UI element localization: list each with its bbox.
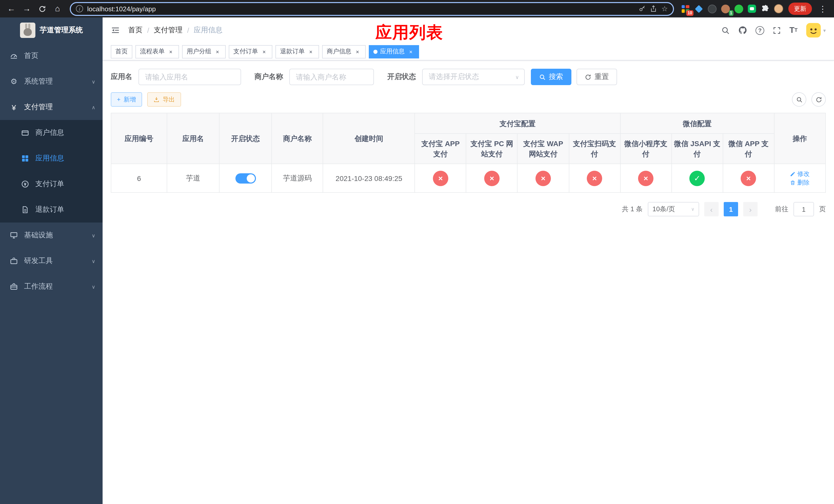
close-icon[interactable]: ×: [307, 48, 314, 55]
font-size-icon[interactable]: TT: [789, 26, 797, 35]
goto-page-input[interactable]: [793, 202, 814, 216]
status-toggle[interactable]: [235, 173, 256, 183]
password-key-icon[interactable]: [639, 5, 646, 12]
sidebar: 芋道管理系统 首页 ⚙ 系统管理 ∨ ¥ 支付管理 ∧: [0, 18, 103, 504]
col-header-alipay-qr: 支付宝扫码支付: [569, 134, 620, 164]
user-menu[interactable]: ▾: [806, 23, 826, 38]
extension-grid-icon[interactable]: 10: [679, 3, 692, 15]
tab-pay-orders[interactable]: 支付订单×: [229, 45, 272, 58]
export-button[interactable]: 导出: [147, 92, 181, 107]
tab-user-group[interactable]: 用户分组×: [182, 45, 226, 58]
breadcrumb-home[interactable]: 首页: [128, 26, 142, 35]
show-search-icon-button[interactable]: [792, 92, 806, 107]
forward-icon[interactable]: →: [20, 2, 34, 16]
browser-avatar-icon[interactable]: [772, 3, 785, 15]
col-group-wechat: 微信配置: [620, 113, 774, 134]
share-icon[interactable]: [650, 5, 657, 12]
browser-update-button[interactable]: 更新: [788, 3, 812, 15]
close-icon[interactable]: ×: [407, 48, 414, 55]
sidebar-item-pay-orders[interactable]: 支付订单: [0, 171, 103, 197]
page-number-1[interactable]: 1: [724, 202, 738, 216]
app-shell: 芋道管理系统 首页 ⚙ 系统管理 ∨ ¥ 支付管理 ∧: [0, 18, 834, 504]
extension-wechat-icon[interactable]: [732, 3, 745, 15]
sidebar-item-label: 商户信息: [36, 128, 64, 137]
prev-page-button[interactable]: ‹: [704, 202, 719, 216]
sidebar-item-system[interactable]: ⚙ 系统管理 ∨: [0, 69, 103, 94]
extension-diamond-icon[interactable]: [693, 3, 705, 15]
col-header-wx-app: 微信 APP 支付: [723, 134, 774, 164]
app-title: 芋道管理系统: [40, 26, 83, 35]
home-icon[interactable]: ⌂: [50, 2, 65, 16]
col-header-wx-jsapi: 微信 JSAPI 支付: [672, 134, 723, 164]
app-name-input[interactable]: [138, 69, 241, 85]
close-icon[interactable]: ×: [354, 48, 361, 55]
extensions-puzzle-icon[interactable]: [759, 3, 771, 15]
url-text[interactable]: localhost:1024/pay/app: [87, 5, 635, 13]
tab-merchant-info[interactable]: 商户信息×: [322, 45, 366, 58]
user-avatar: [806, 23, 821, 38]
close-icon[interactable]: ×: [167, 48, 174, 55]
sidebar-fold-icon[interactable]: [111, 26, 120, 35]
edit-link[interactable]: 修改: [790, 169, 810, 178]
col-header-alipay-pc: 支付宝 PC 网站支付: [466, 134, 518, 164]
cell-app-id: 6: [111, 164, 167, 192]
header-search-icon[interactable]: [721, 26, 730, 35]
reload-icon[interactable]: [35, 2, 49, 16]
bookmark-star-icon[interactable]: ☆: [661, 5, 668, 13]
col-header-alipay-wap: 支付宝 WAP 网站支付: [518, 134, 569, 164]
add-button[interactable]: + 新增: [111, 92, 142, 107]
extension-profile-icon[interactable]: 1: [719, 3, 731, 15]
table-row: 6 芋道 芋道源码 2021-10-23 08:49:25 × × × × × …: [111, 164, 826, 192]
status-select[interactable]: 请选择开启状态 ∨: [422, 69, 525, 85]
extension-chat-icon[interactable]: [746, 3, 758, 15]
site-info-icon[interactable]: i: [76, 5, 83, 12]
cell-alipay-pc: ×: [466, 164, 518, 192]
merchant-name-input[interactable]: [289, 69, 374, 85]
browser-menu-icon[interactable]: ⋮: [815, 2, 830, 16]
tab-refund-orders[interactable]: 退款订单×: [276, 45, 319, 58]
sidebar-item-workflow[interactable]: 工作流程 ∨: [0, 274, 103, 299]
sidebar-item-app-info[interactable]: 应用信息: [0, 145, 103, 171]
top-navbar: 首页 / 支付管理 / 应用信息 ?: [103, 18, 834, 43]
sidebar-item-home[interactable]: 首页: [0, 43, 103, 69]
sidebar-item-infrastructure[interactable]: 基础设施 ∨: [0, 223, 103, 248]
col-header-app-name: 应用名: [167, 113, 219, 164]
address-bar[interactable]: i localhost:1024/pay/app ☆: [70, 2, 674, 16]
breadcrumb-separator: /: [147, 26, 149, 35]
sidebar-item-label: 系统管理: [24, 77, 53, 86]
close-icon[interactable]: ×: [214, 48, 221, 55]
help-icon[interactable]: ?: [755, 26, 764, 35]
sidebar-item-refund-orders[interactable]: 退款订单: [0, 197, 103, 223]
refresh-table-button[interactable]: [811, 92, 826, 107]
page-content: 应用名 商户名称 开启状态 请选择开启状态 ∨ 搜索: [103, 61, 834, 504]
back-icon[interactable]: ←: [4, 2, 19, 16]
search-button[interactable]: 搜索: [531, 69, 571, 85]
logo-avatar: [20, 23, 35, 38]
tab-home[interactable]: 首页: [111, 45, 132, 58]
col-header-created: 创建时间: [323, 113, 415, 164]
chevron-up-icon: ∧: [91, 104, 95, 110]
cell-created: 2021-10-23 08:49:25: [323, 164, 415, 192]
github-icon[interactable]: [738, 26, 747, 35]
cell-wx-app: ×: [723, 164, 774, 192]
status-cross-icon: ×: [741, 170, 756, 186]
extension-dark-circle-icon[interactable]: [706, 3, 718, 15]
delete-link[interactable]: 删除: [790, 178, 810, 187]
sidebar-item-merchant-info[interactable]: 商户信息: [0, 120, 103, 145]
reset-button[interactable]: 重置: [576, 69, 617, 85]
main-area: 首页 / 支付管理 / 应用信息 ?: [103, 18, 834, 504]
sidebar-item-payment[interactable]: ¥ 支付管理 ∧: [0, 94, 103, 120]
fullscreen-icon[interactable]: [772, 26, 781, 35]
tab-app-info[interactable]: 应用信息×: [369, 45, 419, 58]
app-logo[interactable]: 芋道管理系统: [0, 18, 103, 43]
breadcrumb-payment[interactable]: 支付管理: [154, 26, 182, 35]
page-size-select[interactable]: 10条/页 ∨: [648, 202, 699, 216]
tag-tab-bar: 首页 流程表单× 用户分组× 支付订单× 退款订单× 商户信息× 应用信息×: [103, 43, 834, 61]
next-page-button[interactable]: ›: [743, 202, 758, 216]
close-icon[interactable]: ×: [261, 48, 268, 55]
sidebar-item-dev-tools[interactable]: 研发工具 ∨: [0, 248, 103, 274]
active-dot: [373, 49, 377, 53]
status-cross-icon: ×: [484, 170, 500, 186]
tab-process-form[interactable]: 流程表单×: [135, 45, 179, 58]
filter-form: 应用名 商户名称 开启状态 请选择开启状态 ∨ 搜索: [111, 69, 826, 85]
